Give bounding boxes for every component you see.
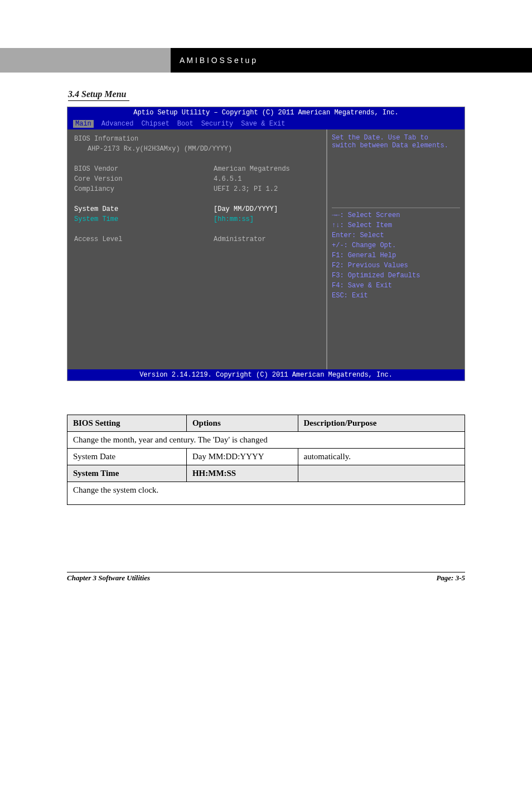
table-row-date-desc: Change the month, year and century. The … [67, 432, 465, 449]
help-top: Set the Date. Use Tab to switch between … [332, 134, 460, 205]
label-vendor: BIOS Vendor [74, 164, 214, 174]
key-f3: F3: Optimized Defaults [332, 271, 460, 281]
value-date[interactable]: [Day MM/DD/YYYY] [214, 204, 320, 214]
bios-tab-security[interactable]: Security [201, 120, 234, 128]
bios-screen: Aptio Setup Utility – Copyright (C) 2011… [67, 107, 465, 381]
td-date-setting: System Date [67, 449, 187, 465]
key-select-screen: →←: Select Screen [332, 210, 460, 220]
td-time-setting: System Time [67, 465, 187, 482]
page-header: A M I B I O S S e t u p [0, 48, 532, 73]
value-time[interactable]: [hh:mm:ss] [214, 214, 320, 224]
table-row-date: System Date Day MM:DD:YYYY automatically… [67, 449, 465, 465]
td-time-desc: Change the system clock. [67, 482, 465, 505]
section-title: 3.4 Setup Menu [68, 89, 126, 99]
footer-left: Chapter 3 Software Utilities [67, 574, 308, 583]
bios-right-panel: Set the Date. Use Tab to switch between … [327, 129, 465, 369]
label-comp: Compliancy [74, 184, 214, 194]
label-core: Core Version [74, 174, 214, 184]
underline [68, 100, 129, 101]
spacer [74, 224, 320, 234]
bios-footer: Version 2.14.1219. Copyright (C) 2011 Am… [67, 369, 465, 381]
bios-tab-save-exit[interactable]: Save & Exit [241, 120, 285, 128]
key-f4: F4: Save & Exit [332, 281, 460, 291]
value-comp: UEFI 2.3; PI 1.2 [214, 184, 320, 194]
table-row-time-header: System Time HH:MM:SS [67, 465, 465, 482]
bios-menu[interactable]: Main Advanced Chipset Boot Security Save… [67, 118, 465, 129]
row-date[interactable]: System Date [Day MM/DD/YYYY] [74, 204, 320, 214]
td-time-desc-blank [298, 465, 465, 482]
bios-model-text: AHP-2173 Rx.y(H2H3AMxy) (MM/DD/YYYY) [88, 144, 232, 154]
bios-info-label: BIOS Information [74, 134, 320, 144]
help-line-1: Set the Date. Use Tab to [332, 134, 460, 142]
bios-info-text: BIOS Information [74, 134, 138, 144]
header-black: A M I B I O S S e t u p [171, 48, 532, 73]
spacer [74, 154, 320, 164]
bios-tab-advanced[interactable]: Advanced [101, 120, 134, 128]
td-date-options: Day MM:DD:YYYY [186, 449, 298, 465]
bios-tab-main[interactable]: Main [73, 120, 94, 128]
bios-tab-boot[interactable]: Boot [177, 120, 194, 128]
value-vendor: American Megatrends [214, 164, 320, 174]
value-access: Administrator [214, 234, 320, 244]
label-access: Access Level [74, 234, 214, 244]
bios-left-panel: BIOS Information AHP-2173 Rx.y(H2H3AMxy)… [67, 129, 327, 369]
row-time[interactable]: System Time [hh:mm:ss] [74, 214, 320, 224]
row-access: Access Level Administrator [74, 234, 320, 244]
section-title-wrap: 3.4 Setup Menu [68, 89, 532, 101]
key-f2: F2: Previous Values [332, 261, 460, 271]
bios-body: BIOS Information AHP-2173 Rx.y(H2H3AMxy)… [67, 129, 465, 369]
header-gray [0, 48, 171, 73]
help-divider [332, 208, 460, 208]
th-setting: BIOS Setting [67, 415, 187, 432]
footer-right: Page: 3-5 [308, 574, 465, 583]
th-desc: Description/Purpose [298, 415, 465, 432]
td-date-desc-line1: Change the month, year and century. The … [67, 432, 465, 449]
key-change-opt: +/-: Change Opt. [332, 240, 460, 251]
help-keys: →←: Select Screen ↑↓: Select Item Enter:… [332, 210, 460, 365]
table-row-time-desc: Change the system clock. [67, 482, 465, 505]
label-time: System Time [74, 214, 214, 224]
key-esc: ESC: Exit [332, 291, 460, 301]
row-core: Core Version 4.6.5.1 [74, 174, 320, 184]
value-core: 4.6.5.1 [214, 174, 320, 184]
help-line-2: switch between Data elements. [332, 142, 460, 150]
td-date-desc-line2: automatically. [298, 449, 465, 465]
key-enter: Enter: Select [332, 230, 460, 240]
bios-top: Aptio Setup Utility – Copyright (C) 2011… [67, 107, 465, 118]
row-comp: Compliancy UEFI 2.3; PI 1.2 [74, 184, 320, 194]
table-wrap: BIOS Setting Options Description/Purpose… [67, 415, 465, 505]
key-f1: F1: General Help [332, 251, 460, 261]
row-vendor: BIOS Vendor American Megatrends [74, 164, 320, 174]
th-options: Options [186, 415, 298, 432]
page-footer: Chapter 3 Software Utilities Page: 3-5 [67, 572, 465, 583]
table-header-row: BIOS Setting Options Description/Purpose [67, 415, 465, 432]
header-title: A M I B I O S S e t u p [180, 56, 256, 65]
spacer [74, 194, 320, 204]
bios-model: AHP-2173 Rx.y(H2H3AMxy) (MM/DD/YYYY) [88, 144, 320, 154]
bios-tab-chipset[interactable]: Chipset [141, 120, 169, 128]
label-date: System Date [74, 204, 214, 214]
settings-table: BIOS Setting Options Description/Purpose… [67, 415, 465, 505]
td-time-options: HH:MM:SS [186, 465, 298, 482]
key-select-item: ↑↓: Select Item [332, 220, 460, 230]
